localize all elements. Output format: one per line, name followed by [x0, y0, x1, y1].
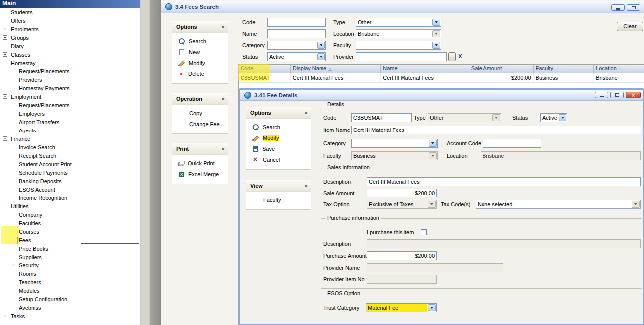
- sidebar-item-employers[interactable]: Employers: [0, 109, 139, 118]
- panel-item-save[interactable]: Save: [246, 143, 311, 154]
- sidebar-item-rooms[interactable]: Rooms: [0, 269, 139, 278]
- dropdown-arrow-icon[interactable]: [317, 42, 325, 49]
- sidebar-item-diary[interactable]: Diary: [0, 42, 139, 50]
- close-button[interactable]: [626, 92, 641, 98]
- panel-item-search[interactable]: Search: [172, 36, 228, 47]
- maximize-button[interactable]: [627, 4, 640, 11]
- type-select[interactable]: Other: [428, 113, 501, 122]
- sidebar-item-request-placements[interactable]: Request/Placements: [0, 101, 139, 109]
- code-input[interactable]: [267, 18, 326, 27]
- panel-item-delete[interactable]: Delete: [172, 68, 228, 79]
- panel-item-cancel[interactable]: Cancel: [246, 154, 311, 165]
- item-name-input[interactable]: Cert III Material Fees: [351, 126, 641, 134]
- expand-toggle-icon[interactable]: +: [3, 52, 7, 57]
- sidebar-item-groups[interactable]: + Groups: [0, 33, 139, 42]
- provider-clear-button[interactable]: X: [457, 52, 464, 61]
- dropdown-arrow-icon[interactable]: [429, 152, 437, 159]
- location-input[interactable]: Brisbane: [481, 151, 641, 160]
- trust-category-select[interactable]: Material Fee: [366, 303, 437, 312]
- faculty-select[interactable]: [356, 41, 441, 50]
- grid-col-display-name[interactable]: Display Name: [291, 65, 381, 73]
- status-select[interactable]: Active: [540, 113, 567, 122]
- sidebar-item-schedule-payments[interactable]: Schedule Payments: [0, 168, 139, 177]
- sidebar-item-student-account-print[interactable]: Student Account Print: [0, 160, 139, 168]
- task-panel-header[interactable]: Operation: [172, 93, 228, 105]
- sidebar-item-fees[interactable]: Fees: [0, 236, 139, 244]
- provider-lookup-button[interactable]: ...: [448, 52, 456, 61]
- task-panel-header[interactable]: View: [246, 180, 311, 192]
- type-select[interactable]: Other: [356, 18, 441, 27]
- grid-col-location[interactable]: Location: [594, 65, 644, 73]
- collapse-chevron-icon[interactable]: [304, 184, 309, 187]
- faculty-select[interactable]: Business: [351, 151, 438, 160]
- dropdown-arrow-icon[interactable]: [492, 114, 500, 121]
- sidebar-item-teachers[interactable]: Teachers: [0, 278, 139, 286]
- expand-toggle-icon[interactable]: +: [3, 35, 7, 40]
- minimize-button[interactable]: [611, 4, 625, 11]
- grid-col-sale-amount[interactable]: Sale Amount: [469, 65, 534, 73]
- sidebar-item-esos-account[interactable]: ESOS Account: [0, 185, 139, 194]
- sidebar-item-request-placements[interactable]: Request/Placements: [0, 67, 139, 75]
- panel-item-copy[interactable]: Copy: [172, 108, 228, 119]
- panel-item-new[interactable]: New: [172, 47, 228, 58]
- task-panel-header[interactable]: Options: [246, 107, 311, 119]
- expand-toggle-icon[interactable]: +: [3, 27, 7, 31]
- clear-button[interactable]: Clear: [617, 22, 643, 31]
- task-panel-header[interactable]: Options: [172, 21, 228, 33]
- collapse-chevron-icon[interactable]: [304, 111, 309, 114]
- panel-item-quick-print[interactable]: Quick Print: [172, 158, 228, 169]
- sidebar-item-utilities[interactable]: - Utilities: [0, 202, 139, 210]
- provider-item-no-input[interactable]: [367, 275, 437, 284]
- expand-toggle-icon[interactable]: +: [11, 263, 15, 267]
- sidebar-item-homestay[interactable]: - Homestay: [0, 59, 139, 67]
- expand-toggle-icon[interactable]: -: [3, 94, 7, 99]
- purchase-description-input[interactable]: [367, 239, 641, 248]
- dropdown-arrow-icon[interactable]: [432, 30, 440, 37]
- grid-col-faculty[interactable]: Faculty: [534, 65, 594, 73]
- dropdown-arrow-icon[interactable]: [428, 304, 436, 311]
- panel-item-modify[interactable]: Modify: [246, 132, 311, 143]
- sidebar-item-employment[interactable]: - Employment: [0, 92, 139, 101]
- sidebar-item-company[interactable]: Company: [0, 210, 139, 219]
- collapse-chevron-icon[interactable]: [221, 97, 226, 100]
- status-select[interactable]: Active: [267, 52, 326, 61]
- sidebar-item-courses[interactable]: Courses: [0, 227, 139, 236]
- collapse-chevron-icon[interactable]: [221, 25, 226, 28]
- category-select[interactable]: [267, 41, 326, 50]
- sale-amount-input[interactable]: $200.00: [367, 189, 437, 197]
- expand-toggle-icon[interactable]: -: [3, 204, 7, 208]
- minimize-button[interactable]: [595, 92, 608, 98]
- sidebar-item-offers[interactable]: Offers: [0, 16, 139, 25]
- sales-description-input[interactable]: Cert III Material Fees: [367, 177, 641, 186]
- location-select[interactable]: Brisbane: [356, 29, 441, 38]
- task-panel-header[interactable]: Print: [172, 143, 228, 155]
- category-select[interactable]: [351, 139, 438, 148]
- sidebar-item-faculties[interactable]: Faculties: [0, 219, 139, 227]
- code-input[interactable]: C3BUSMAT: [351, 113, 412, 122]
- sidebar-item-airport-transfers[interactable]: Airport Transfers: [0, 118, 139, 126]
- collapse-chevron-icon[interactable]: [221, 147, 226, 150]
- sidebar-item-setup-configuration[interactable]: Setup Configuration: [0, 295, 139, 303]
- sidebar-item-invoice-search[interactable]: Invoice Search: [0, 143, 139, 151]
- sidebar-item-suppliers[interactable]: Suppliers: [0, 253, 139, 261]
- grid-col-code[interactable]: Code: [239, 65, 291, 73]
- fee-details-titlebar[interactable]: 3.41 Fee Details: [240, 90, 643, 101]
- grid-col-name[interactable]: Name: [381, 65, 469, 73]
- sidebar-item-price-books[interactable]: Price Books: [0, 244, 139, 253]
- sidebar-item-receipt-search[interactable]: Receipt Search: [0, 151, 139, 160]
- name-input[interactable]: [267, 29, 326, 38]
- dropdown-arrow-icon[interactable]: [432, 42, 440, 49]
- sidebar-item-providers[interactable]: Providers: [0, 75, 139, 84]
- maximize-button[interactable]: [610, 92, 624, 98]
- provider-name-input[interactable]: [367, 263, 503, 272]
- dropdown-arrow-icon[interactable]: [317, 53, 325, 60]
- sidebar-item-security[interactable]: + Security: [0, 261, 139, 269]
- sidebar-item-agents[interactable]: Agents: [0, 126, 139, 134]
- dropdown-arrow-icon[interactable]: [428, 201, 436, 208]
- dropdown-arrow-icon[interactable]: [432, 19, 440, 26]
- panel-item-excel-merge[interactable]: Excel Merge: [172, 169, 228, 180]
- sidebar-item-classes[interactable]: + Classes: [0, 50, 139, 59]
- dropdown-arrow-icon[interactable]: [429, 140, 437, 147]
- panel-item-faculty[interactable]: Faculty: [246, 195, 311, 205]
- sidebar-item-modules[interactable]: Modules: [0, 286, 139, 295]
